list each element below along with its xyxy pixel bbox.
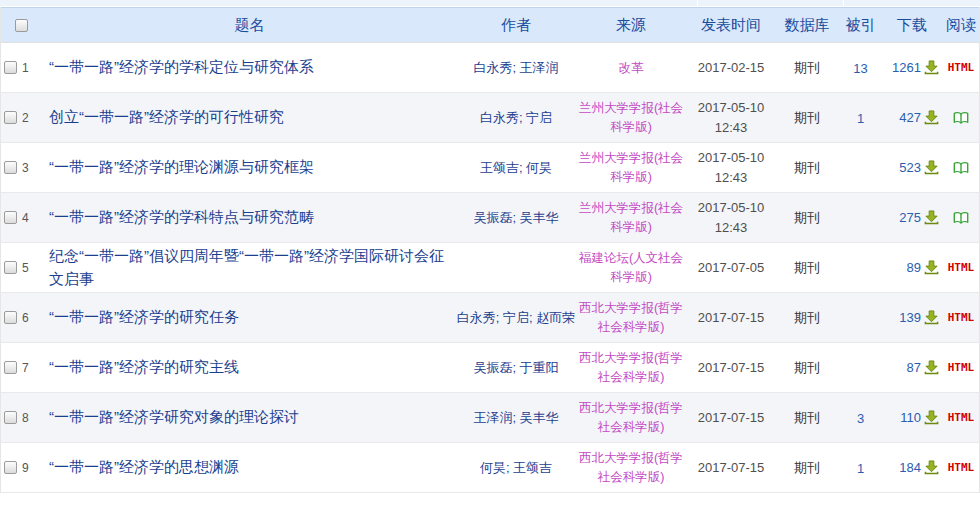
row-read-html[interactable]: HTML — [948, 361, 975, 374]
row-read-cell: HTML — [941, 361, 980, 374]
row-downloads-link[interactable]: 427 — [899, 110, 921, 125]
column-header-database[interactable]: 数据库 — [776, 16, 838, 35]
row-authors[interactable]: 白永秀; 王泽润 — [473, 60, 558, 75]
row-select-cell: 3 — [1, 161, 41, 175]
row-authors[interactable]: 吴振磊; 于重阳 — [473, 360, 558, 375]
row-title-link[interactable]: 创立“一带一路”经济学的可行性研究 — [49, 108, 284, 125]
row-author-cell: 白永秀; 宁启; 赵而荣 — [456, 308, 576, 327]
download-icon[interactable] — [924, 210, 939, 225]
row-date-cell: 2017-05-10 12:43 — [686, 148, 776, 187]
row-source-link[interactable]: 兰州大学学报(社会科学版) — [576, 199, 686, 235]
row-source-link[interactable]: 西北大学学报(哲学社会科学版) — [576, 349, 686, 385]
row-checkbox[interactable] — [4, 411, 17, 424]
row-read-cell — [941, 111, 980, 125]
row-database: 期刊 — [794, 210, 820, 225]
row-title-link[interactable]: “一带一路”经济学的学科定位与研究体系 — [49, 58, 314, 75]
row-authors[interactable]: 王泽润; 吴丰华 — [473, 410, 558, 425]
row-cited-link[interactable]: 1 — [857, 111, 864, 126]
row-select-cell: 7 — [1, 361, 41, 375]
row-read-cell: HTML — [941, 261, 980, 274]
row-downloads-link[interactable]: 184 — [899, 460, 921, 475]
row-source-link[interactable]: 兰州大学学报(社会科学版) — [576, 149, 686, 185]
open-book-icon[interactable] — [953, 111, 969, 125]
row-read-html[interactable]: HTML — [948, 61, 975, 74]
row-source-link[interactable]: 兰州大学学报(社会科学版) — [576, 99, 686, 135]
row-authors[interactable]: 何昊; 王颂吉 — [480, 460, 552, 475]
row-authors[interactable]: 王颂吉; 何昊 — [480, 160, 552, 175]
row-cited-link[interactable]: 13 — [853, 61, 867, 76]
download-icon[interactable] — [924, 110, 939, 125]
select-all-checkbox[interactable] — [15, 19, 28, 32]
column-header-date[interactable]: 发表时间 — [686, 16, 776, 35]
download-icon[interactable] — [924, 360, 939, 375]
row-read-html[interactable]: HTML — [948, 411, 975, 424]
row-download-cell: 427 — [883, 110, 941, 125]
download-icon[interactable] — [924, 160, 939, 175]
open-book-icon[interactable] — [953, 211, 969, 225]
download-icon[interactable] — [924, 460, 939, 475]
row-title-link[interactable]: “一带一路”经济学的研究主线 — [49, 358, 239, 375]
results-page: 题名 作者 来源 发表时间 数据库 被引 下载 阅读 1 “一带一路”经济学的学… — [0, 0, 980, 513]
row-title-link[interactable]: “一带一路”经济学的思想渊源 — [49, 458, 239, 475]
row-checkbox[interactable] — [4, 461, 17, 474]
row-title-link[interactable]: “一带一路”经济学研究对象的理论探讨 — [49, 408, 299, 425]
row-authors[interactable]: 吴振磊; 吴丰华 — [473, 210, 558, 225]
download-icon[interactable] — [924, 410, 939, 425]
row-title-link[interactable]: 纪念“一带一路”倡议四周年暨“一带一路”经济学国际研讨会征文启事 — [49, 247, 444, 287]
row-cited-cell: 3 — [838, 409, 883, 427]
row-read-html[interactable]: HTML — [948, 311, 975, 324]
row-cited-link[interactable]: 3 — [857, 411, 864, 426]
row-download-cell: 275 — [883, 210, 941, 225]
row-downloads-link[interactable]: 89 — [907, 260, 921, 275]
column-header-author[interactable]: 作者 — [456, 16, 576, 35]
row-title-cell: “一带一路”经济学研究对象的理论探讨 — [41, 406, 456, 429]
row-database: 期刊 — [794, 410, 820, 425]
row-cited-cell: 1 — [838, 459, 883, 477]
column-header-cited[interactable]: 被引 — [838, 16, 883, 35]
row-title-link[interactable]: “一带一路”经济学的研究任务 — [49, 308, 239, 325]
row-checkbox[interactable] — [4, 361, 17, 374]
row-checkbox[interactable] — [4, 261, 17, 274]
row-downloads-link[interactable]: 87 — [907, 360, 921, 375]
open-book-icon[interactable] — [953, 161, 969, 175]
row-date: 2017-05-10 12:43 — [698, 100, 765, 135]
column-header-read[interactable]: 阅读 — [941, 16, 980, 35]
row-downloads-link[interactable]: 275 — [899, 210, 921, 225]
row-downloads-link[interactable]: 523 — [899, 160, 921, 175]
row-checkbox[interactable] — [4, 311, 17, 324]
download-icon[interactable] — [924, 260, 939, 275]
row-source-link[interactable]: 西北大学学报(哲学社会科学版) — [576, 449, 686, 485]
row-checkbox[interactable] — [4, 111, 17, 124]
column-header-title[interactable]: 题名 — [41, 16, 456, 35]
result-rows: 1 “一带一路”经济学的学科定位与研究体系 白永秀; 王泽润 改革 2017-0… — [1, 43, 979, 493]
row-cited-link[interactable]: 1 — [857, 461, 864, 476]
row-authors[interactable]: 白永秀; 宁启; 赵而荣 — [457, 310, 575, 325]
column-header-source[interactable]: 来源 — [576, 16, 686, 35]
download-icon[interactable] — [924, 60, 939, 75]
row-downloads-link[interactable]: 139 — [899, 310, 921, 325]
row-cited-cell: 1 — [838, 109, 883, 127]
download-icon[interactable] — [924, 310, 939, 325]
row-date: 2017-02-15 — [698, 60, 765, 75]
row-read-html[interactable]: HTML — [948, 461, 975, 474]
row-title-link[interactable]: “一带一路”经济学的理论渊源与研究框架 — [49, 158, 314, 175]
row-date: 2017-07-15 — [698, 310, 765, 325]
row-date-cell: 2017-07-05 — [686, 258, 776, 278]
row-checkbox[interactable] — [4, 211, 17, 224]
row-checkbox[interactable] — [4, 61, 17, 74]
row-source-link[interactable]: 改革 — [619, 59, 644, 77]
row-checkbox[interactable] — [4, 161, 17, 174]
row-read-cell: HTML — [941, 411, 980, 424]
row-source-link[interactable]: 西北大学学报(哲学社会科学版) — [576, 399, 686, 435]
row-source-link[interactable]: 西北大学学报(哲学社会科学版) — [576, 299, 686, 335]
row-downloads-link[interactable]: 110 — [900, 410, 921, 425]
row-authors[interactable]: 白永秀; 宁启 — [480, 110, 552, 125]
row-source-cell: 兰州大学学报(社会科学版) — [576, 99, 686, 135]
row-title-link[interactable]: “一带一路”经济学的学科特点与研究范畴 — [49, 208, 314, 225]
table-row: 6 “一带一路”经济学的研究任务 白永秀; 宁启; 赵而荣 西北大学学报(哲学社… — [1, 293, 979, 343]
row-read-html[interactable]: HTML — [948, 261, 975, 274]
row-downloads-link[interactable]: 1261 — [892, 60, 921, 75]
row-author-cell: 王泽润; 吴丰华 — [456, 408, 576, 427]
row-source-link[interactable]: 福建论坛(人文社会科学版) — [576, 249, 686, 285]
column-header-download[interactable]: 下载 — [883, 16, 941, 35]
